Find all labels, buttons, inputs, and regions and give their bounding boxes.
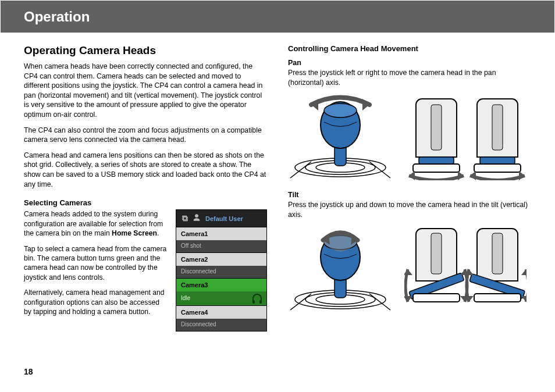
body-paragraph: Camera heads added to the system during … xyxy=(24,209,169,238)
camera-status-text: Idle xyxy=(181,295,190,301)
camera-head-pan-illustration xyxy=(404,93,526,180)
camera-bin-item[interactable]: Camera2 Disconnected xyxy=(176,252,266,278)
svg-marker-12 xyxy=(458,171,464,180)
body-paragraph: Tap to select a camera head from the cam… xyxy=(24,244,169,283)
copy-icon: ⧉ xyxy=(182,213,188,223)
svg-marker-29 xyxy=(404,269,412,275)
pan-heading: Pan xyxy=(288,59,531,67)
subheading-selecting-cameras: Selecting Cameras xyxy=(24,198,267,207)
right-column: Controlling Camera Head Movement Pan Pre… xyxy=(288,40,531,332)
camera-status: Idle xyxy=(176,291,266,305)
camera-status: Disconnected xyxy=(176,266,266,278)
text-fragment-bold: Home Screen xyxy=(112,229,157,237)
svg-marker-38 xyxy=(521,269,526,275)
svg-rect-15 xyxy=(474,164,521,172)
page-header: Operation xyxy=(1,1,554,33)
svg-rect-26 xyxy=(431,233,442,274)
page-header-title: Operation xyxy=(24,9,90,24)
svg-rect-33 xyxy=(492,233,503,274)
svg-marker-16 xyxy=(470,171,476,180)
svg-marker-39 xyxy=(521,296,526,302)
tilt-heading: Tilt xyxy=(288,191,531,199)
section-title: Operating Camera Heads xyxy=(24,44,267,57)
user-icon xyxy=(193,213,201,223)
tilt-figure-row xyxy=(288,225,531,312)
svg-rect-35 xyxy=(474,294,521,302)
svg-rect-14 xyxy=(480,157,515,164)
svg-rect-10 xyxy=(413,164,460,172)
body-paragraph: When camera heads have been correctly co… xyxy=(24,62,267,120)
pan-figure-row xyxy=(288,93,531,180)
joystick-pan-illustration xyxy=(288,93,393,180)
camera-name: Camera1 xyxy=(176,227,266,240)
camera-head-tilt-illustration xyxy=(404,225,526,312)
svg-rect-8 xyxy=(431,105,442,150)
left-column: Operating Camera Heads When camera heads… xyxy=(24,40,267,332)
camera-name: Camera2 xyxy=(176,253,266,266)
svg-rect-9 xyxy=(419,157,454,164)
camera-bin-item[interactable]: Camera1 Off shot xyxy=(176,227,266,252)
camera-bin-item-selected[interactable]: Camera3 Idle xyxy=(176,278,266,305)
svg-rect-28 xyxy=(413,294,460,302)
camera-bin: ⧉ Default User Camera1 Off shot Camera2 … xyxy=(176,209,267,332)
svg-marker-17 xyxy=(519,171,525,180)
camera-status: Disconnected xyxy=(176,319,266,331)
camera-status: Off shot xyxy=(176,240,266,252)
camera-name: Camera3 xyxy=(176,279,266,291)
camera-bin-user: Default User xyxy=(205,215,243,222)
camera-name: Camera4 xyxy=(176,306,266,319)
svg-marker-11 xyxy=(409,171,415,180)
text-fragment: . xyxy=(157,229,159,237)
svg-rect-13 xyxy=(492,105,503,150)
body-paragraph: Press the joystick up and down to move t… xyxy=(288,200,531,219)
body-paragraph: Alternatively, camera head management an… xyxy=(24,288,169,316)
body-paragraph: Camera head and camera lens positions ca… xyxy=(24,151,267,189)
camera-bin-header: ⧉ Default User xyxy=(176,210,266,227)
page-number: 18 xyxy=(24,367,33,376)
body-paragraph: Press the joystick left or right to move… xyxy=(288,68,531,87)
subheading-controlling-movement: Controlling Camera Head Movement xyxy=(288,44,531,53)
body-paragraph: The CP4 can also control the zoom and fo… xyxy=(24,126,267,145)
svg-point-5 xyxy=(324,104,357,117)
joystick-tilt-illustration xyxy=(288,225,393,312)
headphone-icon xyxy=(252,294,262,302)
camera-bin-item[interactable]: Camera4 Disconnected xyxy=(176,305,266,331)
